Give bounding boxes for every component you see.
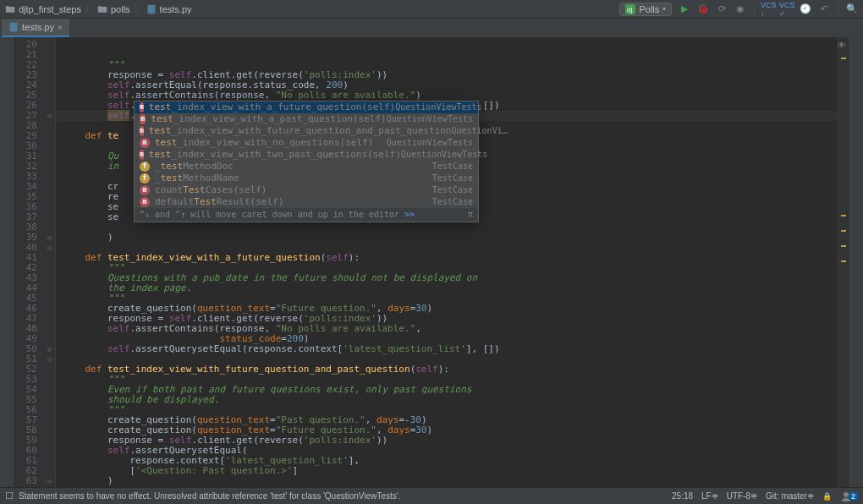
completion-item[interactable]: mcountTestCases(self)TestCase [135,184,478,196]
field-icon: f [140,162,150,172]
run-coverage-button[interactable]: ⟳ [716,3,728,15]
code-area[interactable]: """ response = self.client.get(reverse('… [56,37,838,487]
completion-item-name: countTestCases(self) [155,185,432,195]
folder-icon [5,4,15,14]
completion-item-origin: QuestionViewTests [395,102,481,112]
toolbar-right: dj Polls ▾ ▶ 🐞 ⟳ ◉ | VCS↓ VCS✓ 🕘 ↶ | 🔍 [619,3,858,16]
warning-marker[interactable] [841,230,846,232]
run-configuration-selector[interactable]: dj Polls ▾ [619,3,672,16]
vcs-update-button[interactable]: VCS↓ [762,3,774,15]
completion-item[interactable]: mtest_index_view_with_two_past_questions… [135,149,478,161]
completion-item-name: test_index_view_with_two_past_questions(… [149,150,401,160]
debug-button[interactable]: 🐞 [697,3,709,15]
profile-button[interactable]: ◉ [734,3,746,15]
breadcrumb-file[interactable]: tests.py [146,4,192,14]
pi-icon[interactable]: π [468,210,473,220]
method-icon: m [140,197,150,207]
completion-item-name: test_index_view_with_a_future_question(s… [149,102,395,112]
fold-gutter[interactable]: ⊖⊖⊟⊖⊟⊖ [44,37,56,487]
svg-text:dj: dj [627,6,632,14]
file-encoding[interactable]: UTF-8≑ [727,491,757,501]
completion-item-name: test_index_view_with_future_question_and… [149,126,452,136]
tab-tests-py[interactable]: tests.py × [2,19,69,37]
django-icon: dj [625,4,635,14]
readonly-lock-icon[interactable]: 🔒 [822,492,832,501]
code-completion-popup[interactable]: mtest_index_view_with_a_future_question(… [134,101,479,222]
line-number-gutter: 2021222324252627282930313233343536373839… [15,37,44,487]
breadcrumb-app[interactable]: polls [97,4,130,14]
method-icon: m [140,138,150,148]
completion-item[interactable]: mtest_index_view_with_a_future_question(… [135,101,478,113]
svg-rect-7 [10,23,18,32]
completion-item[interactable]: f_testMethodNameTestCase [135,173,478,184]
completion-item-name: _testMethodName [155,173,432,184]
vcs-revert-button[interactable]: ↶ [818,3,830,15]
completion-item-origin: QuestionViewTests [387,138,473,148]
completion-item-name: defaultTestResult(self) [155,197,432,207]
navigation-bar: djtp_first_steps 〉 polls 〉 tests.py dj P… [0,0,863,19]
python-file-icon [8,22,19,32]
warning-marker[interactable] [841,260,846,262]
method-icon: m [140,150,144,160]
run-config-label: Polls [639,4,659,14]
breadcrumb-file-label: tests.py [160,4,192,14]
breadcrumb-app-label: polls [111,4,130,14]
method-icon: m [140,126,144,136]
completion-item-origin: QuestionVi… [451,126,507,136]
method-icon: m [140,185,150,195]
svg-rect-3 [98,6,102,8]
completion-hint-link[interactable]: >> [404,210,415,219]
editor[interactable]: 2021222324252627282930313233343536373839… [15,37,848,487]
breadcrumb: djtp_first_steps 〉 polls 〉 tests.py [5,3,619,15]
vcs-history-button[interactable]: 🕘 [800,3,811,15]
completion-item-origin: TestCase [432,173,473,184]
close-icon[interactable]: × [58,23,63,32]
inspection-indicator-icon[interactable]: 👁 [838,41,846,50]
completion-item-origin: TestCase [432,162,473,172]
method-icon: m [140,114,146,124]
completion-hint: ^↓ and ^↑ will move caret down and up in… [135,208,478,222]
line-separator[interactable]: LF≑ [701,491,718,501]
completion-item-origin: TestCase [432,185,473,195]
search-everywhere-button[interactable]: 🔍 [846,3,858,15]
left-tool-strip[interactable] [0,37,15,487]
breadcrumb-project-label: djtp_first_steps [19,4,81,14]
completion-item[interactable]: mtest_index_view_with_no_questions(self)… [135,137,478,149]
svg-rect-1 [6,6,10,8]
notifications-icon[interactable]: 2 [840,490,858,502]
folder-icon [97,4,107,14]
completion-item-name: test_index_view_with_a_past_question(sel… [151,114,386,124]
svg-rect-4 [147,4,155,14]
tab-label: tests.py [22,22,54,32]
field-icon: f [140,173,150,184]
python-file-icon [146,4,157,14]
warning-marker[interactable] [841,58,846,59]
breadcrumb-project[interactable]: djtp_first_steps [5,4,81,14]
completion-item[interactable]: mtest_index_view_with_a_past_question(se… [135,113,478,125]
warning-marker[interactable] [841,245,846,247]
completion-item-origin: QuestionViewTests [387,114,473,124]
completion-item[interactable]: mtest_index_view_with_future_question_an… [135,125,478,137]
chevron-down-icon: ▾ [662,5,666,13]
completion-item[interactable]: f_testMethodDocTestCase [135,161,478,173]
caret-position[interactable]: 25:18 [672,491,693,501]
completion-item[interactable]: mdefaultTestResult(self)TestCase [135,196,478,208]
completion-item-origin: TestCase [432,197,473,207]
status-bar: ☐ Statement seems to have no effect. Unr… [0,487,863,504]
breadcrumb-separator: 〉 [134,3,143,15]
vcs-commit-button[interactable]: VCS✓ [781,3,793,15]
completion-item-name: _testMethodDoc [155,162,432,172]
status-message: Statement seems to have no effect. Unres… [19,491,400,501]
git-branch[interactable]: Git: master≑ [766,491,814,501]
completion-item-name: test_index_view_with_no_questions(self) [155,138,387,148]
breadcrumb-separator: 〉 [85,3,94,15]
method-icon: m [140,102,144,112]
error-stripe[interactable]: 👁 [838,37,848,487]
warning-marker[interactable] [841,215,846,216]
hide-tool-windows-icon[interactable]: ☐ [5,490,14,501]
editor-tabs: tests.py × [0,19,863,37]
right-tool-strip[interactable] [848,37,863,487]
notification-badge: 2 [849,492,858,501]
completion-item-origin: QuestionViewTests [401,150,487,160]
run-button[interactable]: ▶ [679,3,690,15]
